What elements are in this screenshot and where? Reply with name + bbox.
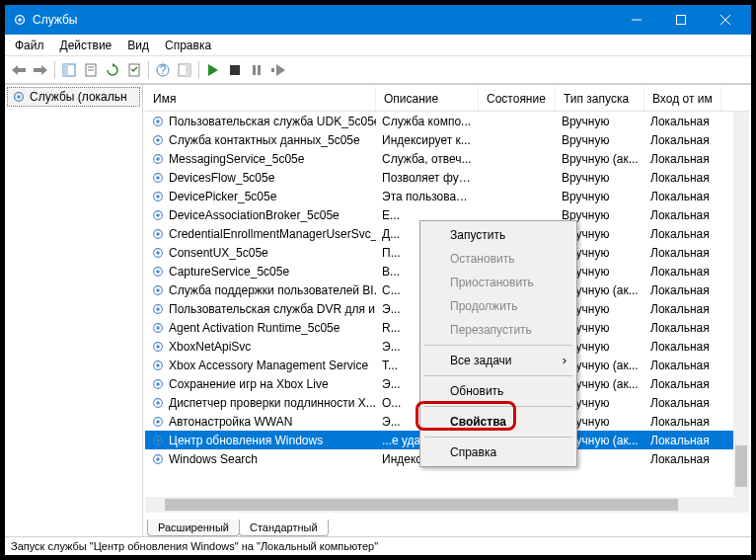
app-icon — [13, 13, 27, 27]
svg-rect-9 — [34, 68, 41, 72]
maximize-button[interactable] — [658, 5, 703, 35]
show-hide-action-button[interactable] — [175, 60, 194, 80]
gear-icon — [151, 415, 165, 429]
svg-rect-11 — [63, 64, 68, 76]
ctx-alltasks[interactable]: Все задачи — [422, 349, 574, 372]
svg-point-30 — [156, 120, 160, 123]
svg-rect-3 — [676, 16, 685, 25]
ctx-help[interactable]: Справка — [422, 440, 574, 464]
help-button[interactable]: ? — [153, 60, 173, 80]
table-row[interactable]: MessagingService_5c05eСлужба, отвеч...Вр… — [145, 149, 749, 168]
column-headers: Имя Описание Состояние Тип запуска Вход … — [145, 87, 749, 112]
menu-file[interactable]: Файл — [7, 36, 52, 55]
pause-service-button[interactable] — [247, 60, 266, 80]
refresh-button[interactable] — [103, 60, 122, 80]
service-desc: Эта пользовате... — [376, 190, 479, 203]
service-logon: Локальная — [644, 190, 721, 203]
col-logon[interactable]: Вход от им — [644, 87, 721, 111]
ctx-start[interactable]: Запустить — [422, 223, 574, 247]
tree-root-item[interactable]: Службы (локальн — [7, 87, 140, 107]
toolbar: ? — [5, 56, 751, 84]
gear-icon — [151, 377, 165, 391]
tab-standard[interactable]: Стандартный — [239, 520, 329, 536]
gear-icon — [151, 434, 165, 447]
service-desc: Служба компо... — [376, 115, 479, 128]
service-logon: Локальная — [644, 171, 721, 185]
service-name: XboxNetApiSvc — [169, 340, 251, 354]
service-logon: Локальная — [644, 452, 721, 466]
service-name: DeviceAssociationBroker_5c05e — [169, 208, 340, 222]
ctx-restart: Перезапустить — [422, 318, 574, 342]
svg-point-66 — [156, 457, 160, 461]
service-logon: Локальная — [644, 265, 721, 279]
col-startup[interactable]: Тип запуска — [556, 87, 644, 111]
view-tabs: Расширенный Стандартный — [143, 515, 751, 536]
gear-icon — [151, 190, 165, 203]
svg-point-52 — [156, 326, 160, 330]
menu-view[interactable]: Вид — [119, 36, 157, 55]
svg-point-40 — [156, 213, 160, 217]
stop-service-button[interactable] — [225, 60, 245, 80]
svg-point-56 — [156, 363, 160, 367]
service-logon: Локальная — [644, 396, 721, 410]
svg-marker-21 — [208, 64, 218, 76]
tab-extended[interactable]: Расширенный — [147, 520, 240, 536]
menu-action[interactable]: Действие — [52, 36, 120, 55]
properties-button[interactable] — [124, 60, 144, 80]
service-name: MessagingService_5c05e — [169, 152, 304, 166]
col-state[interactable]: Состояние — [479, 87, 556, 111]
service-desc: Индексирует к... — [376, 133, 479, 147]
svg-rect-24 — [258, 65, 261, 75]
table-row[interactable]: Служба контактных данных_5c05eИндексируе… — [145, 130, 749, 149]
gear-icon — [151, 265, 165, 279]
horizontal-scrollbar[interactable] — [145, 497, 749, 513]
svg-point-34 — [156, 157, 160, 161]
svg-point-1 — [18, 18, 22, 22]
gear-icon — [151, 321, 165, 335]
service-logon: Локальная — [644, 208, 721, 222]
table-row[interactable]: Пользовательская служба UDK_5c05eСлужба … — [145, 112, 749, 130]
forward-button[interactable] — [31, 60, 50, 80]
gear-icon — [151, 115, 165, 128]
gear-icon — [151, 171, 165, 185]
svg-marker-26 — [276, 64, 285, 76]
gear-icon — [151, 302, 165, 316]
service-name: Пользовательская служба UDK_5c05e — [169, 115, 376, 128]
ctx-stop: Остановить — [422, 247, 574, 271]
minimize-button[interactable] — [614, 5, 658, 35]
vertical-scrollbar[interactable] — [733, 112, 749, 497]
close-button[interactable] — [703, 5, 747, 35]
gear-icon — [151, 208, 165, 222]
service-logon: Локальная — [644, 283, 721, 297]
service-name: Agent Activation Runtime_5c05e — [169, 321, 340, 335]
svg-point-42 — [156, 232, 160, 236]
context-menu: Запустить Остановить Приостановить Продо… — [419, 220, 577, 467]
service-name: Сохранение игр на Xbox Live — [169, 377, 329, 391]
service-startup: Вручную — [556, 171, 644, 185]
table-row[interactable]: DevicesFlow_5c05eПозволяет фун...Вручную… — [145, 168, 749, 187]
show-hide-tree-button[interactable] — [59, 60, 79, 80]
service-logon: Локальная — [644, 246, 721, 260]
service-logon: Локальная — [644, 340, 721, 354]
service-logon: Локальная — [644, 115, 721, 128]
export-button[interactable] — [81, 60, 101, 80]
svg-marker-6 — [12, 65, 18, 75]
svg-rect-22 — [230, 65, 240, 75]
restart-service-button[interactable] — [268, 60, 288, 80]
table-row[interactable]: DevicePicker_5c05eЭта пользовате...Вручн… — [145, 187, 749, 205]
start-service-button[interactable] — [203, 60, 223, 80]
ctx-refresh[interactable]: Обновить — [422, 379, 574, 403]
tree-pane: Службы (локальн — [5, 85, 143, 536]
svg-point-32 — [156, 138, 160, 142]
ctx-properties[interactable]: Свойства — [422, 410, 574, 434]
back-button[interactable] — [9, 60, 29, 80]
col-name[interactable]: Имя — [145, 87, 376, 111]
svg-rect-23 — [253, 65, 256, 75]
menu-help[interactable]: Справка — [157, 36, 219, 55]
service-logon: Локальная — [644, 321, 721, 335]
col-desc[interactable]: Описание — [376, 87, 479, 111]
service-logon: Локальная — [644, 359, 721, 372]
ctx-pause: Приостановить — [422, 271, 574, 294]
svg-rect-25 — [271, 68, 274, 72]
gear-icon — [151, 452, 165, 466]
